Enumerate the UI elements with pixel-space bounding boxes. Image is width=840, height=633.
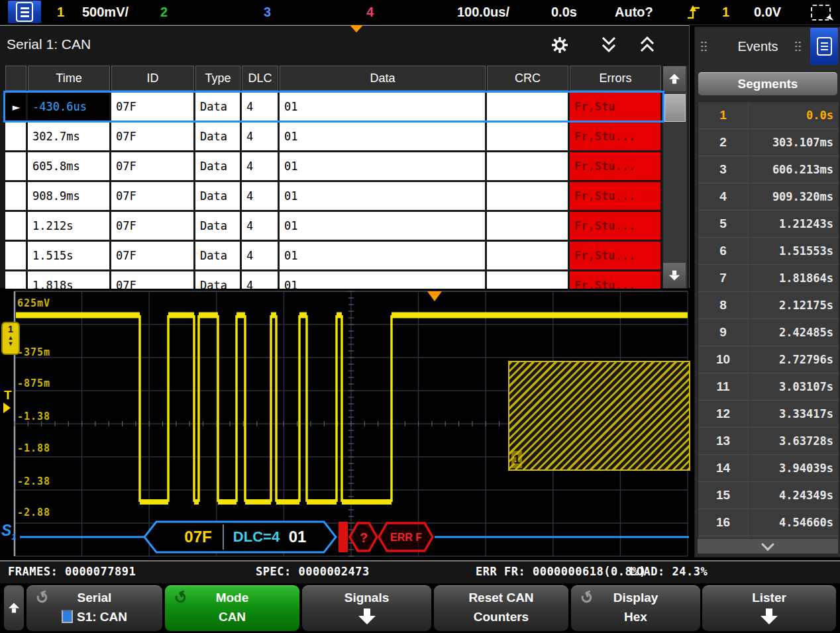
segment-row[interactable]: 2303.107ms bbox=[698, 128, 839, 156]
trigger-level-marker[interactable]: T bbox=[4, 388, 12, 403]
segment-row[interactable]: 133.63728s bbox=[698, 427, 839, 454]
scroll-down-button[interactable] bbox=[663, 263, 686, 288]
axis-label: -1.38 bbox=[17, 411, 50, 422]
cell-data: 01 bbox=[280, 242, 485, 269]
lister-row[interactable]: 302.7ms07FData401Fr,Stu... bbox=[5, 122, 662, 150]
channel-3-badge[interactable]: 3 bbox=[264, 0, 271, 24]
segment-row[interactable]: 61.51553s bbox=[698, 237, 839, 264]
cell-err: Fr,Stu... bbox=[570, 212, 660, 240]
trigger-source-readout[interactable]: 1 bbox=[722, 0, 729, 24]
menu-icon bbox=[16, 2, 33, 22]
cell-time: 1.515s bbox=[28, 242, 109, 269]
cell-crc bbox=[487, 182, 568, 210]
softkey-mode[interactable]: ↺ModeCAN bbox=[165, 585, 299, 632]
cell-id: 07F bbox=[111, 242, 193, 269]
timebase-readout[interactable]: 100.0us/ bbox=[457, 0, 509, 24]
segment-number: 6 bbox=[698, 238, 749, 264]
segment-row[interactable]: 123.33417s bbox=[698, 400, 839, 427]
delay-readout[interactable]: 0.0s bbox=[551, 0, 577, 24]
cell-time: -430.6us bbox=[28, 93, 109, 121]
zone-qualifier-region[interactable]: 1 bbox=[508, 361, 690, 471]
expand-up-icon[interactable] bbox=[637, 35, 657, 55]
spec-value: 0000002473 bbox=[298, 565, 369, 578]
segment-row[interactable]: 102.72796s bbox=[698, 346, 839, 373]
events-list-button[interactable] bbox=[810, 28, 838, 65]
cell-type: Data bbox=[195, 152, 240, 180]
drag-handle-icon[interactable] bbox=[700, 40, 708, 52]
lister-column-header-time[interactable]: Time bbox=[28, 66, 110, 91]
segment-row[interactable]: 10.0s bbox=[698, 102, 839, 128]
segment-number: 9 bbox=[698, 319, 749, 346]
lister-scrollbar[interactable] bbox=[662, 66, 688, 289]
drag-handle-icon[interactable] bbox=[794, 40, 802, 52]
down-arrow-icon bbox=[669, 271, 680, 281]
softkey-serial[interactable]: ↺SerialS1: CAN bbox=[26, 585, 162, 632]
segment-row[interactable]: 4909.320ms bbox=[698, 183, 839, 210]
segment-row[interactable]: 71.81864s bbox=[698, 264, 839, 291]
cell-time: 1.212s bbox=[28, 212, 109, 240]
lister-column-header-id[interactable]: ID bbox=[111, 66, 194, 91]
lister-row[interactable]: 605.8ms07FData401Fr,Stu... bbox=[5, 152, 662, 180]
trigger-mode-readout[interactable]: Auto? bbox=[615, 0, 653, 24]
gear-icon[interactable] bbox=[550, 35, 570, 55]
segments-tab-button[interactable]: Segments bbox=[698, 72, 837, 95]
cell-id: 07F bbox=[111, 212, 193, 240]
main-menu-button[interactable] bbox=[8, 1, 41, 23]
softkey-display[interactable]: ↺DisplayHex bbox=[571, 585, 700, 632]
axis-label: -2.38 bbox=[17, 475, 50, 487]
softkey-reset-can-counters[interactable]: Reset CANCounters bbox=[434, 585, 568, 632]
scroll-up-button[interactable] bbox=[663, 66, 686, 91]
channel-2-badge[interactable]: 2 bbox=[160, 0, 168, 24]
softkey-signals[interactable]: Signals bbox=[302, 585, 431, 632]
lister-column-header-type[interactable]: Type bbox=[195, 66, 240, 91]
lister-row[interactable]: ►-430.6us07FData401Fr,Stu bbox=[5, 93, 662, 121]
cell-crc bbox=[487, 212, 568, 240]
segment-row[interactable]: 82.12175s bbox=[698, 291, 839, 318]
segment-row[interactable]: 113.03107s bbox=[698, 373, 839, 400]
segments-scroll-down-bar[interactable] bbox=[698, 538, 838, 554]
axis-label: -875m bbox=[17, 377, 50, 389]
up-arrow-icon bbox=[9, 603, 19, 613]
segment-number: 12 bbox=[698, 401, 749, 427]
serial-window-title: Serial 1: CAN bbox=[7, 26, 91, 63]
back-button[interactable] bbox=[4, 585, 24, 630]
lister-column-header-dlc[interactable]: DLC bbox=[242, 66, 278, 91]
segments-list[interactable]: 10.0s2303.107ms3606.213ms4909.320ms51.21… bbox=[698, 101, 839, 540]
segment-time: 606.213ms bbox=[749, 156, 839, 183]
lister-row[interactable]: 908.9ms07FData401Fr,Stu... bbox=[5, 182, 662, 210]
lister-column-header-crc[interactable]: CRC bbox=[487, 66, 568, 91]
segment-row[interactable]: 92.42485s bbox=[698, 318, 839, 346]
cell-type: Data bbox=[195, 93, 240, 121]
selection-cursor-icon[interactable] bbox=[811, 5, 831, 21]
softkey-label: Reset CAN bbox=[434, 591, 568, 605]
lister-row[interactable]: 1.515s07FData401Fr,Stu... bbox=[5, 242, 662, 269]
row-select-marker bbox=[5, 152, 26, 180]
lister-header-marker-cell bbox=[5, 66, 26, 91]
segment-time: 4.24349s bbox=[749, 482, 839, 509]
cell-err: Fr,Stu... bbox=[570, 242, 660, 269]
cell-err: Fr,Stu... bbox=[570, 122, 660, 150]
cell-id: 07F bbox=[111, 182, 193, 210]
softkey-menu-bar: ↺SerialS1: CAN↺ModeCANSignalsReset CANCo… bbox=[0, 583, 840, 633]
channel-1-badge[interactable]: 1 bbox=[57, 0, 64, 24]
segment-row[interactable]: 51.21243s bbox=[698, 210, 839, 237]
trigger-level-readout[interactable]: 0.0V bbox=[754, 0, 781, 24]
channel-1-scale[interactable]: 500mV/ bbox=[82, 0, 129, 24]
channel-4-badge[interactable]: 4 bbox=[366, 0, 374, 24]
lister-column-header-errors[interactable]: Errors bbox=[570, 66, 661, 91]
lister-row[interactable]: 1.212s07FData401Fr,Stu... bbox=[5, 212, 662, 240]
softkey-label: Signals bbox=[302, 591, 431, 605]
collapse-down-icon[interactable] bbox=[599, 35, 619, 55]
waveform-display: 625mV-375m-875m-1.38-1.88-2.38-2.88 1 1 … bbox=[0, 289, 689, 560]
segment-row[interactable]: 164.54660s bbox=[698, 509, 839, 536]
events-panel-title: Events bbox=[711, 27, 804, 66]
softkey-lister[interactable]: Lister bbox=[702, 585, 836, 632]
scrollbar-thumb[interactable] bbox=[664, 94, 686, 122]
segment-row[interactable]: 3606.213ms bbox=[698, 156, 839, 183]
lister-column-header-data[interactable]: Data bbox=[280, 66, 486, 91]
frames-value: 0000077891 bbox=[65, 565, 136, 578]
channel-1-ground-marker[interactable]: 1 ▲▼ bbox=[1, 322, 20, 355]
segment-number: 1 bbox=[698, 102, 749, 128]
segment-row[interactable]: 143.94039s bbox=[698, 454, 839, 481]
segment-row[interactable]: 154.24349s bbox=[698, 481, 839, 509]
